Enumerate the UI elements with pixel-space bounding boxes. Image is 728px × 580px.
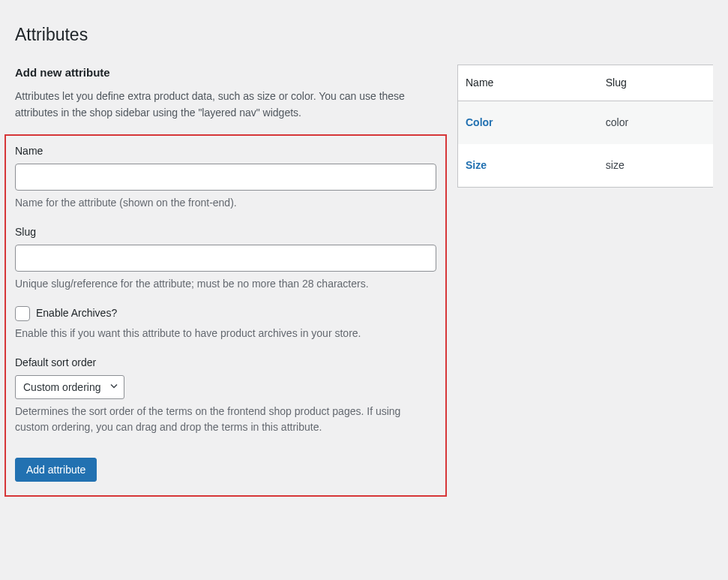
table-header-name: Name	[458, 65, 598, 101]
sort-label: Default sort order	[15, 355, 436, 371]
attribute-name-link[interactable]: Color	[466, 116, 493, 128]
slug-field-group: Slug Unique slug/reference for the attri…	[15, 224, 436, 292]
attribute-slug-text: size	[606, 159, 625, 171]
archives-description: Enable this if you want this attribute t…	[15, 326, 436, 341]
table-row: Color color	[458, 101, 714, 144]
table-row: Size size	[458, 144, 714, 188]
slug-input[interactable]	[15, 245, 436, 272]
name-field-group: Name Name for the attribute (shown on th…	[15, 143, 436, 211]
table-header-slug: Slug	[598, 65, 713, 101]
name-description: Name for the attribute (shown on the fro…	[15, 195, 436, 211]
enable-archives-label: Enable Archives?	[36, 305, 117, 321]
attributes-table: Name Slug Color color Size size	[457, 65, 713, 188]
name-label: Name	[15, 143, 436, 159]
enable-archives-checkbox[interactable]	[15, 306, 30, 321]
attribute-slug-text: color	[606, 116, 628, 128]
sort-description: Determines the sort order of the terms o…	[15, 404, 436, 435]
attribute-name-link[interactable]: Size	[466, 159, 487, 171]
add-attribute-form: Name Name for the attribute (shown on th…	[4, 134, 447, 497]
intro-description: Attributes let you define extra product …	[15, 89, 442, 121]
page-title: Attributes	[15, 15, 713, 51]
sort-order-select[interactable]: Custom ordering	[15, 375, 124, 399]
slug-label: Slug	[15, 224, 436, 240]
sort-field-group: Default sort order Custom ordering Deter…	[15, 355, 436, 435]
slug-description: Unique slug/reference for the attribute;…	[15, 276, 436, 292]
add-attribute-heading: Add new attribute	[15, 65, 442, 82]
add-attribute-button[interactable]: Add attribute	[15, 458, 97, 482]
name-input[interactable]	[15, 164, 436, 191]
archives-field-group: Enable Archives? Enable this if you want…	[15, 305, 436, 341]
